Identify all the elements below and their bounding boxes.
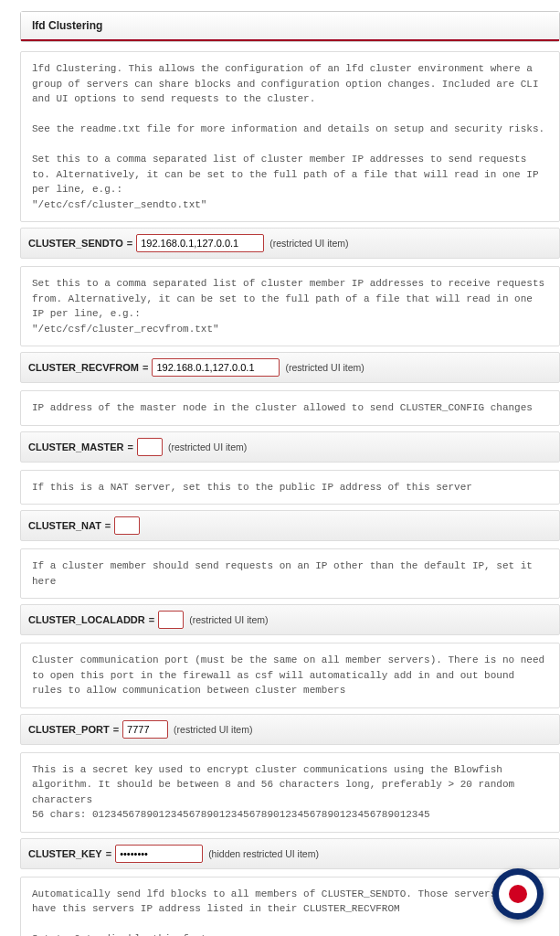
- help-text-cluster-key: This is a secret key used to encrypt clu…: [20, 752, 560, 833]
- input-cluster-recvfrom[interactable]: [152, 358, 280, 377]
- equals-sign: =: [106, 848, 111, 859]
- field-label-cluster-key: CLUSTER_KEY: [28, 848, 102, 859]
- field-label-cluster-localaddr: CLUSTER_LOCALADDR: [28, 614, 145, 625]
- input-cluster-sendto[interactable]: [136, 234, 264, 252]
- field-note-cluster-key: (hidden restricted UI item): [208, 848, 319, 859]
- help-text-cluster-master: IP address of the master node in the clu…: [20, 390, 560, 426]
- input-cluster-localaddr[interactable]: [158, 611, 184, 629]
- lfd-clustering-panel: lfd Clustering: [20, 11, 560, 42]
- help-text-cluster-localaddr: If a cluster member should send requests…: [20, 548, 560, 599]
- field-label-cluster-port: CLUSTER_PORT: [28, 724, 110, 735]
- input-cluster-port[interactable]: [122, 720, 168, 739]
- help-text-cluster-sendto: lfd Clustering. This allows the configur…: [20, 51, 560, 222]
- equals-sign: =: [128, 441, 133, 452]
- help-text-cluster-block: Automatically send lfd blocks to all mem…: [20, 877, 560, 937]
- field-row-cluster-recvfrom: CLUSTER_RECVFROM=(restricted UI item): [20, 352, 560, 383]
- field-row-cluster-nat: CLUSTER_NAT=: [20, 510, 560, 541]
- field-note-cluster-sendto: (restricted UI item): [269, 238, 348, 249]
- equals-sign: =: [113, 724, 119, 735]
- field-label-cluster-nat: CLUSTER_NAT: [28, 520, 101, 531]
- input-cluster-master[interactable]: [137, 438, 163, 456]
- field-note-cluster-port: (restricted UI item): [174, 724, 252, 735]
- help-text-cluster-recvfrom: Set this to a comma separated list of cl…: [20, 266, 560, 346]
- field-note-cluster-localaddr: (restricted UI item): [189, 614, 268, 625]
- equals-sign: =: [143, 362, 148, 373]
- field-label-cluster-sendto: CLUSTER_SENDTO: [28, 238, 123, 249]
- help-text-cluster-port: Cluster communication port (must be the …: [20, 643, 560, 708]
- field-label-cluster-master: CLUSTER_MASTER: [28, 441, 124, 452]
- equals-sign: =: [127, 238, 132, 249]
- field-row-cluster-sendto: CLUSTER_SENDTO=(restricted UI item): [20, 228, 560, 259]
- equals-sign: =: [105, 520, 111, 531]
- app-roundel-icon[interactable]: [492, 868, 544, 920]
- equals-sign: =: [149, 614, 154, 625]
- field-row-cluster-master: CLUSTER_MASTER=(restricted UI item): [20, 431, 560, 463]
- input-cluster-nat[interactable]: [114, 516, 140, 535]
- field-label-cluster-recvfrom: CLUSTER_RECVFROM: [28, 362, 139, 373]
- field-note-cluster-recvfrom: (restricted UI item): [285, 362, 364, 373]
- input-cluster-key[interactable]: [115, 845, 203, 863]
- field-note-cluster-master: (restricted UI item): [168, 441, 247, 452]
- panel-title: lfd Clustering: [21, 12, 559, 41]
- help-text-cluster-nat: If this is a NAT server, set this to the…: [20, 470, 560, 505]
- field-row-cluster-port: CLUSTER_PORT=(restricted UI item): [20, 714, 560, 745]
- field-row-cluster-localaddr: CLUSTER_LOCALADDR=(restricted UI item): [20, 604, 560, 635]
- panel-body: lfd Clustering. This allows the configur…: [20, 51, 560, 936]
- field-row-cluster-key: CLUSTER_KEY=(hidden restricted UI item): [20, 838, 560, 869]
